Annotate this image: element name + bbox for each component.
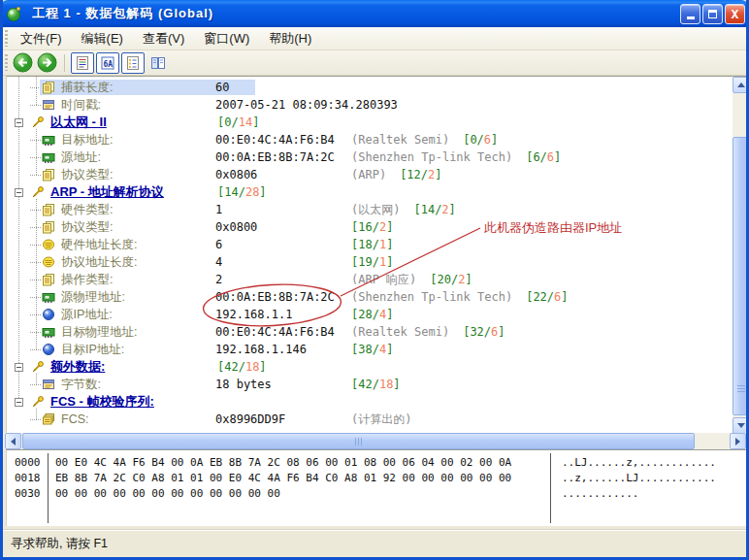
field-value: 60 — [215, 81, 351, 94]
nic-icon — [42, 133, 55, 147]
field-value: 2007-05-21 08:09:34.280393 — [215, 98, 351, 112]
tree-row-protocol-type[interactable]: 协议类型:0x0806(ARP)[12/2] — [7, 166, 733, 183]
collapse-toggle-icon[interactable] — [15, 118, 23, 127]
hex-bytes: 00 00 00 00 00 00 00 00 00 00 00 00 — [55, 486, 280, 502]
minimize-button[interactable] — [680, 4, 700, 24]
decode-view-button[interactable] — [71, 52, 94, 74]
hex-ascii: ..z,......LJ............ — [562, 471, 716, 486]
offset-length-bracket: [12/2] — [400, 168, 441, 181]
field-label: 捕获长度: — [61, 80, 215, 96]
menu-item-1[interactable]: 编辑(E) — [72, 28, 133, 49]
close-button[interactable]: X — [725, 4, 745, 24]
collapse-toggle-icon[interactable] — [15, 363, 23, 372]
chevron-up-icon — [737, 79, 745, 87]
hex-offset: 0030 — [15, 486, 41, 502]
tree-row-byte-count[interactable]: 字节数:18 bytes[42/18] — [7, 376, 733, 393]
tree-row-src-address[interactable]: 源地址:00:0A:EB:8B:7A:2C(Shenzhen Tp-link T… — [7, 148, 733, 166]
collapse-toggle-icon[interactable] — [15, 398, 23, 407]
field-label: 源IP地址: — [61, 307, 215, 323]
tree-row-ethernet-ii-section[interactable]: 以太网 - II[0/14] — [7, 114, 733, 131]
globe-icon — [42, 343, 55, 356]
menubar-grip-handle[interactable] — [5, 30, 8, 46]
minimize-icon — [687, 16, 695, 19]
offset-length-bracket: [0/14] — [217, 115, 259, 129]
vertical-scrollbar[interactable] — [733, 76, 749, 433]
field-extra-info: (Realtek Semi) — [351, 133, 449, 147]
tree-row-timestamp[interactable]: 时间戳:2007-05-21 08:09:34.280393 — [7, 96, 733, 114]
tree-row-hardware-addr-length[interactable]: 硬件地址长度:6[18/1] — [7, 236, 733, 253]
field-value: 4 — [215, 255, 351, 269]
tree-row-dest-ip-addr[interactable]: 目标IP地址:192.168.1.146[38/4] — [7, 341, 733, 358]
tree-row-src-ip-addr[interactable]: 源IP地址:192.168.1.1[28/4] — [7, 306, 733, 323]
tree-row-dest-physical-addr[interactable]: 目标物理地址:00:E0:4C:4A:F6:B4(Realtek Semi)[3… — [7, 323, 733, 341]
field-label: 时间戳: — [61, 97, 215, 114]
horizontal-scroll-thumb[interactable] — [22, 433, 695, 449]
field-value: 00:E0:4C:4A:F6:B4 — [215, 133, 351, 147]
tree-row-arp-protocol-type[interactable]: 协议类型:0x0800[16/2] — [7, 218, 733, 236]
tree-row-src-physical-addr[interactable]: 源物理地址:00:0A:EB:8B:7A:2C(Shenzhen Tp-link… — [7, 288, 733, 306]
tree-guide-line — [36, 77, 37, 105]
window-title: 工程 1 - 数据包解码 (Global) — [32, 5, 678, 22]
tree-row-protocol-addr-length[interactable]: 协议地址长度:4[19/1] — [7, 253, 733, 271]
scroll-left-button[interactable] — [5, 433, 21, 449]
tree-row-opcode[interactable]: 操作类型:2(ARP 响应)[20/2] — [7, 271, 733, 288]
coin-icon — [42, 238, 55, 251]
title-bar[interactable]: 工程 1 - 数据包解码 (Global) X — [0, 0, 749, 27]
split-view-icon — [150, 55, 166, 71]
field-label: 额外数据: — [50, 358, 217, 376]
offset-length-bracket: [32/6] — [463, 325, 505, 339]
split-view-button[interactable] — [147, 52, 170, 74]
hex-ascii: ..LJ......z,............ — [562, 455, 716, 471]
thumb-grip-icon — [737, 385, 745, 393]
decode-tree-panel[interactable]: 捕获长度:60时间戳:2007-05-21 08:09:34.280393以太网… — [6, 76, 733, 433]
offset-length-bracket: [14/2] — [413, 203, 455, 216]
tree-row-fcs-section[interactable]: FCS - 帧校验序列: — [7, 393, 733, 411]
status-bar: 寻求帮助, 请按 F1 — [3, 529, 746, 557]
forward-button[interactable] — [36, 51, 58, 74]
hex-ascii: ............ — [562, 486, 638, 502]
menu-item-2[interactable]: 查看(V) — [133, 28, 194, 49]
chevron-left-icon — [7, 438, 16, 445]
tree-row-fcs[interactable]: FCS:0x8996DD9F(计算出的) — [7, 411, 733, 428]
field-value: 1 — [215, 203, 351, 216]
chevron-down-icon — [737, 423, 745, 432]
menu-item-4[interactable]: 帮助(H) — [259, 28, 321, 49]
tree-guide-line — [36, 409, 37, 419]
offset-length-bracket: [42/18] — [217, 360, 267, 374]
hex-row: 0018EB 8B 7A 2C C0 A8 01 01 00 E0 4C 4A … — [7, 471, 746, 486]
scroll-right-button[interactable] — [730, 433, 746, 449]
horizontal-scrollbar[interactable] — [3, 433, 746, 449]
menu-item-0[interactable]: 文件(F) — [11, 28, 72, 49]
offset-length-bracket: [22/6] — [526, 290, 568, 304]
status-text: 寻求帮助, 请按 F1 — [11, 536, 108, 552]
nic-icon — [42, 150, 55, 164]
field-extra-info: (Shenzhen Tp-link Tech) — [351, 150, 512, 164]
hex-dump-panel[interactable]: 000000 E0 4C 4A F6 B4 00 0A EB 8B 7A 2C … — [6, 449, 746, 526]
scroll-down-button[interactable] — [733, 417, 749, 434]
field-value: 0x0806 — [215, 168, 351, 181]
vertical-scroll-thumb[interactable] — [733, 137, 749, 415]
menu-bar: 文件(F)编辑(E)查看(V)窗口(W)帮助(H) — [3, 27, 746, 50]
field-value: 0x8996DD9F — [215, 412, 351, 426]
field-label: 操作类型: — [61, 272, 215, 288]
back-button[interactable] — [12, 51, 34, 74]
maximize-icon — [708, 10, 717, 18]
collapse-toggle-icon[interactable] — [15, 188, 23, 197]
forward-arrow-icon — [37, 52, 57, 73]
tree-row-hardware-type[interactable]: 硬件类型:1(以太网)[14/2] — [7, 201, 733, 218]
tree-row-extra-data-section[interactable]: 额外数据:[42/18] — [7, 358, 733, 376]
field-list-view-button[interactable] — [121, 52, 145, 74]
tree-row-arp-section[interactable]: ARP - 地址解析协议[14/28] — [7, 183, 733, 201]
menu-item-3[interactable]: 窗口(W) — [194, 28, 259, 49]
offset-length-bracket: [6/6] — [526, 150, 561, 164]
toolbar-grip-handle[interactable] — [5, 54, 8, 72]
maximize-button[interactable] — [702, 4, 723, 24]
tree-row-dest-address[interactable]: 目标地址:00:E0:4C:4A:F6:B4(Realtek Semi)[0/6… — [7, 131, 733, 148]
field-label: 以太网 - II — [50, 114, 217, 131]
app-icon — [6, 6, 21, 21]
hex-view-button[interactable]: 6A — [96, 52, 119, 74]
tree-row-capture-length[interactable]: 捕获长度:60 — [7, 79, 733, 96]
scroll-up-button[interactable] — [733, 77, 749, 93]
window-icon — [42, 98, 55, 112]
field-value: 192.168.1.146 — [215, 343, 351, 356]
